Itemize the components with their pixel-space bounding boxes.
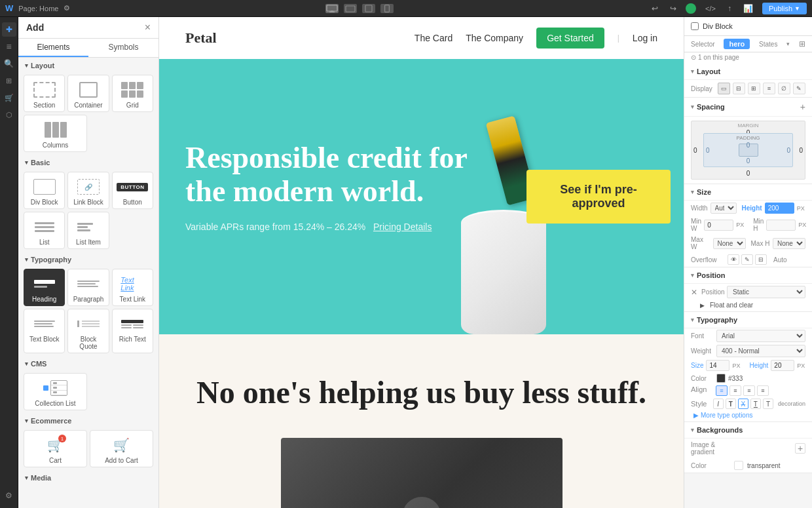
color-swatch[interactable]	[716, 374, 726, 383]
tablet-landscape-button[interactable]	[344, 4, 357, 13]
strikethrough-btn[interactable]: X	[738, 399, 748, 409]
nav-link-company[interactable]: The Company	[466, 33, 523, 43]
rp-spacing-header[interactable]: ▾ Spacing +	[684, 98, 812, 117]
link-block-element[interactable]: 🔗 Link Block	[67, 172, 109, 209]
text-block-element[interactable]: Text Block	[24, 309, 65, 353]
padding-val-left[interactable]: 0	[706, 147, 710, 154]
section-cms-header[interactable]: ▾ CMS	[18, 356, 158, 370]
paragraph-element[interactable]: Paragraph	[67, 269, 109, 306]
display-block-btn[interactable]: ▭	[718, 83, 730, 94]
margin-right-value[interactable]: 0	[799, 147, 803, 154]
bold-btn[interactable]: T	[726, 399, 736, 409]
settings-icon[interactable]: ⚙	[2, 488, 16, 503]
list-element[interactable]: List	[24, 212, 65, 249]
add-panel-icon[interactable]: ✚	[2, 22, 16, 37]
rp-size-header[interactable]: ▾ Size	[684, 184, 812, 201]
margin-left-value[interactable]: 0	[693, 147, 697, 154]
settings-icon[interactable]: ⚙	[64, 4, 70, 12]
padding-top-value[interactable]: PADDING	[737, 135, 760, 141]
collection-list-element[interactable]: Collection List	[24, 373, 87, 410]
export-button[interactable]: ↑	[725, 3, 734, 14]
float-clear-row[interactable]: ▶ Float and clear	[684, 300, 812, 311]
close-panel-button[interactable]: ×	[145, 22, 151, 33]
max-h-select[interactable]: None	[773, 238, 805, 249]
assets-icon[interactable]: ⬡	[2, 107, 16, 122]
padding-val-right[interactable]: 0	[786, 147, 790, 154]
min-w-input[interactable]	[704, 220, 733, 231]
code-button[interactable]: </>	[703, 3, 718, 14]
padding-val-bottom[interactable]: 0	[747, 157, 750, 165]
display-inline-btn[interactable]: ≡	[763, 83, 775, 94]
height-input[interactable]	[765, 203, 794, 214]
uppercase-btn[interactable]: T	[763, 399, 773, 409]
weight-select[interactable]: 400 - Normal	[716, 345, 805, 357]
italic-btn[interactable]: I	[713, 399, 724, 409]
display-edit-btn[interactable]: ✎	[793, 83, 805, 94]
mobile-button[interactable]	[380, 4, 394, 13]
cta-yellow-box[interactable]: See if I'm pre-approved	[526, 170, 671, 224]
container-element[interactable]: Container	[67, 75, 109, 112]
tablet-portrait-button[interactable]	[362, 4, 375, 13]
navigator-icon[interactable]: ≡	[2, 39, 16, 54]
cart-element[interactable]: 🛒 1 Cart	[24, 430, 87, 467]
rp-layout-header[interactable]: ▾ Layout	[684, 64, 812, 80]
canvas-area[interactable]: Petal The Card The Company Get Started |…	[159, 17, 684, 508]
display-none-btn[interactable]: ∅	[778, 83, 790, 94]
columns-element[interactable]: Columns	[24, 115, 87, 152]
section-element[interactable]: Section	[24, 75, 65, 112]
align-center-btn[interactable]: ≡	[729, 385, 741, 396]
width-mode-select[interactable]: Auto	[710, 203, 737, 214]
block-quote-element[interactable]: Block Quote	[67, 309, 109, 353]
section-layout-header[interactable]: ▾ Layout	[18, 58, 158, 72]
overflow-scroll-btn[interactable]: ⊟	[755, 254, 767, 265]
nav-link-card[interactable]: The Card	[415, 33, 452, 43]
display-grid-btn[interactable]: ⊞	[748, 83, 760, 94]
font-select[interactable]: Arial	[716, 330, 805, 342]
nav-login-link[interactable]: Log in	[633, 33, 657, 43]
overflow-visible-btn[interactable]: 👁	[728, 254, 739, 265]
ecommerce-icon[interactable]: 🛒	[2, 90, 16, 105]
selector-tag[interactable]: hero	[724, 39, 750, 49]
align-right-btn[interactable]: ≡	[743, 385, 755, 396]
tab-symbols[interactable]: Symbols	[88, 39, 158, 57]
analytics-button[interactable]: 📊	[741, 3, 756, 14]
section-ecommerce-header[interactable]: ▾ Ecommerce	[18, 413, 158, 427]
heading-element[interactable]: Heading	[24, 269, 65, 306]
grid-element[interactable]: Grid	[112, 75, 153, 112]
rp-position-header[interactable]: ▾ Position	[684, 267, 812, 284]
tab-elements[interactable]: Elements	[18, 39, 88, 57]
margin-bottom-value[interactable]: 0	[747, 170, 750, 177]
typo-size-input[interactable]	[706, 360, 729, 371]
section-basic-header[interactable]: ▾ Basic	[18, 155, 158, 169]
rich-text-element[interactable]: Rich Text	[112, 309, 153, 353]
publish-button[interactable]: Publish ▼	[762, 3, 807, 14]
add-background-button[interactable]: +	[795, 443, 805, 454]
overflow-hidden-btn[interactable]: ✎	[741, 254, 753, 265]
add-to-cart-element[interactable]: 🛒 Add to Cart	[90, 430, 153, 467]
position-select[interactable]: Static Relative Absolute Fixed	[727, 286, 805, 298]
bg-color-swatch[interactable]	[734, 461, 743, 470]
undo-button[interactable]: ↩	[649, 3, 661, 14]
section-typography-header[interactable]: ▾ Typography	[18, 252, 158, 266]
underline-btn[interactable]: T	[750, 399, 761, 409]
rp-typography-header[interactable]: ▾ Typography	[684, 312, 812, 328]
typo-height-input[interactable]	[771, 360, 794, 371]
div-block-element[interactable]: Div Block	[24, 172, 65, 209]
min-h-input[interactable]	[766, 220, 796, 231]
element-checkbox[interactable]	[691, 22, 699, 30]
more-type-options[interactable]: ▶ More type options	[684, 410, 812, 421]
display-flex-btn[interactable]: ⊟	[733, 83, 745, 94]
rp-backgrounds-header[interactable]: ▾ Backgrounds	[684, 422, 812, 439]
hero-section[interactable]: Responsible credit for the modern world.…	[159, 59, 684, 334]
align-justify-btn[interactable]: ≡	[757, 385, 769, 396]
padding-val-top[interactable]: 0	[747, 142, 750, 149]
redo-button[interactable]: ↪	[667, 3, 679, 14]
list-item-element[interactable]: List Item	[67, 212, 109, 249]
selector-grid-icon[interactable]: ⊞	[799, 39, 805, 49]
nav-cta-button[interactable]: Get Started	[536, 28, 604, 49]
button-element[interactable]: BUTTON Button	[112, 172, 153, 209]
spacing-expand-icon[interactable]: +	[800, 102, 805, 112]
video-placeholder[interactable]: ▶ ⊙ Petal - Credit For An Irresponsible …	[281, 438, 563, 508]
hero-subtitle-link[interactable]: Pricing Details	[373, 222, 432, 232]
text-link-element[interactable]: Text Link Text Link	[112, 269, 153, 306]
